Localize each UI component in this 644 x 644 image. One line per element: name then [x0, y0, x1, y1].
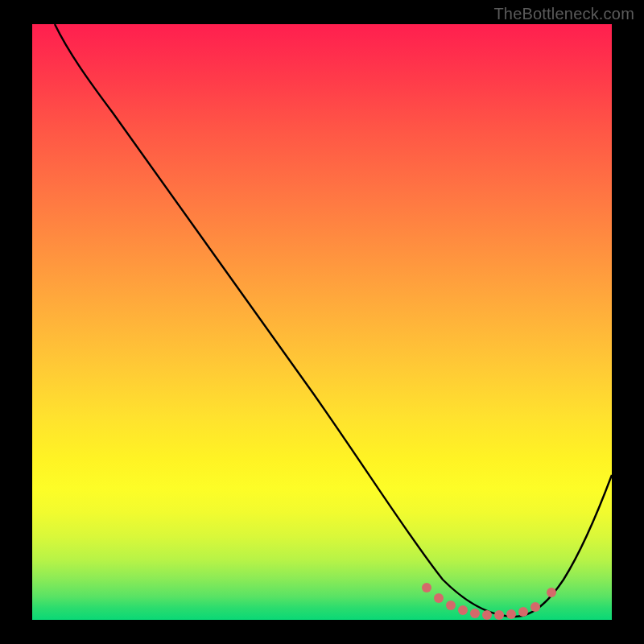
plot-area	[32, 24, 612, 620]
valley-dot	[422, 583, 431, 592]
valley-dot	[506, 609, 516, 619]
valley-dot	[446, 601, 456, 610]
valley-dot	[434, 593, 444, 603]
valley-dot	[482, 610, 492, 620]
valley-dot	[458, 605, 468, 615]
bottleneck-curve	[55, 24, 612, 617]
valley-dot	[470, 609, 480, 618]
valley-dot	[494, 610, 504, 620]
valley-dot	[547, 588, 556, 597]
valley-dot	[518, 607, 528, 617]
chart-frame: TheBottleneck.com	[0, 0, 644, 644]
chart-overlay	[32, 24, 612, 620]
watermark-text: TheBottleneck.com	[493, 5, 634, 23]
valley-marker-group	[422, 583, 556, 620]
valley-dot	[530, 602, 540, 612]
